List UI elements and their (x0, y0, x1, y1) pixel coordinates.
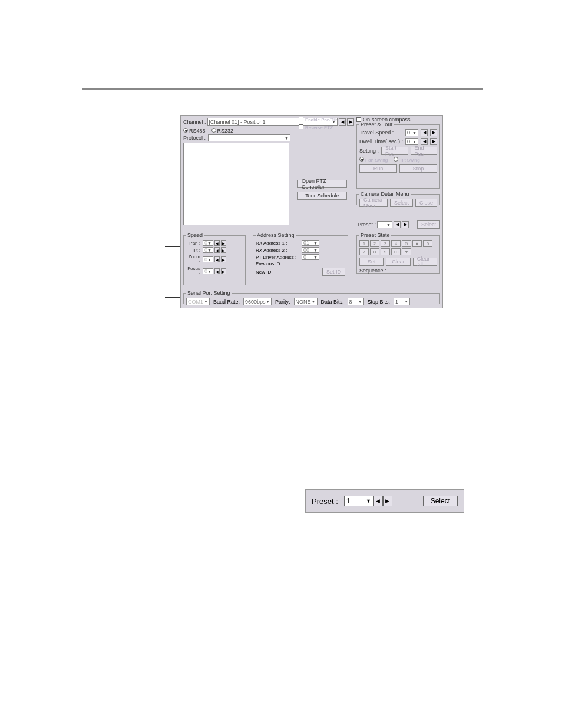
rx2-label: RX Address 2 : (256, 248, 299, 253)
preset-num-3[interactable]: 3 (381, 240, 390, 247)
databits-select[interactable]: 8▼ (348, 298, 364, 305)
channel-value: [Channel 01] - Position1 (209, 119, 266, 125)
pt-driver-select[interactable]: 0▼ (302, 254, 319, 260)
focus-select[interactable]: 0▼ (203, 268, 213, 274)
preset-num-5[interactable]: 5 (402, 240, 411, 247)
comm-radio-row: RS485 RS232 (183, 127, 233, 134)
preset-next[interactable]: ▶ (402, 221, 409, 228)
preset-prev[interactable]: ◀ (394, 221, 401, 228)
speed-fieldset: Speed Pan :0▼◀▶ Tilt :0▼◀▶ Zoom :0▼◀▶ Fo… (183, 232, 246, 285)
prev-id-label: Previous ID : (256, 261, 299, 266)
preset-state-fieldset: Preset State 1 2 3 4 5 ▲ 6 7 8 9 10 ▼ Se… (356, 232, 440, 274)
ptz-flags: Enable Pan/Tilt Reverse PTZ (299, 117, 337, 130)
preset-select-button[interactable]: Select (417, 220, 440, 229)
setting-label: Setting : (359, 148, 379, 154)
stopbits-select[interactable]: 1▼ (394, 298, 410, 305)
baud-label: Baud Rate: (213, 299, 240, 305)
enable-pantilt-checkbox[interactable]: Enable Pan/Tilt (299, 117, 337, 123)
preset-num-9[interactable]: 9 (381, 248, 390, 255)
preset-scroll-down[interactable]: ▼ (402, 248, 411, 255)
new-id-label: New ID : (256, 269, 299, 275)
camera-close-button[interactable]: Close (415, 199, 437, 207)
tilt-prev[interactable]: ◀ (214, 247, 220, 253)
baud-select[interactable]: 9600bps▼ (243, 298, 272, 305)
tour-schedule-button[interactable]: Tour Schedule (297, 192, 347, 200)
com-select[interactable]: COM1▼ (186, 298, 210, 305)
zoom-select[interactable]: 0▼ (203, 256, 213, 262)
open-ptz-controller-button[interactable]: Open PTZ Controller (297, 180, 347, 188)
start-pos-button[interactable]: Start Pos (381, 147, 408, 155)
travel-speed-next[interactable]: ▶ (430, 129, 437, 136)
camera-select-button[interactable]: Select (390, 199, 413, 207)
preset-clear-button[interactable]: Clear (386, 258, 410, 266)
pt-driver-label: PT Driver Address : (256, 255, 299, 260)
rs485-radio[interactable]: RS485 (183, 127, 206, 134)
preset-scroll-up[interactable]: ▲ (412, 240, 422, 247)
dwell-time-next[interactable]: ▶ (430, 138, 437, 145)
pan-prev[interactable]: ◀ (214, 240, 220, 246)
channel-next-button[interactable]: ▶ (347, 118, 354, 126)
protocol-select[interactable]: ▼ (208, 134, 290, 141)
camera-detail-menu-legend: Camera Detail Menu (359, 191, 411, 197)
preset2-select[interactable]: 1▼ (344, 496, 373, 506)
stop-button[interactable]: Stop (399, 164, 437, 173)
ptz-settings-panel: Channel : [Channel 01] - Position1 ▼ ◀ ▶… (180, 115, 443, 308)
travel-speed-label: Travel Speed : (359, 130, 403, 136)
preset-set-button[interactable]: Set (359, 258, 384, 266)
preset-num-6[interactable]: 6 (423, 240, 432, 247)
preset-state-legend: Preset State (359, 232, 391, 238)
rx2-select[interactable]: 00▼ (302, 247, 319, 253)
preset-num-4[interactable]: 4 (391, 240, 401, 247)
channel-prev-button[interactable]: ◀ (339, 118, 346, 126)
preset-num-8[interactable]: 8 (370, 248, 379, 255)
preset-clearall-button[interactable]: Clear All (413, 258, 437, 266)
protocol-label: Protocol : (183, 135, 206, 141)
parity-label: Parity: (275, 299, 290, 305)
dropdown-icon: ▼ (285, 136, 289, 140)
protocol-listbox[interactable] (183, 143, 289, 225)
rx1-select[interactable]: 01▼ (302, 240, 319, 246)
pan-swing-radio[interactable]: Pan Swing (359, 157, 388, 163)
preset-num-1[interactable]: 1 (359, 240, 369, 247)
preset2-select-button[interactable]: Select (423, 496, 458, 506)
speed-legend: Speed (186, 232, 204, 238)
dwell-time-label: Dwell Time( sec.) : (359, 139, 403, 144)
tilt-select[interactable]: 0▼ (203, 247, 213, 253)
preset-num-7[interactable]: 7 (359, 248, 369, 255)
preset2-prev[interactable]: ◀ (373, 496, 383, 506)
dwell-time-prev[interactable]: ◀ (421, 138, 428, 145)
pan-next[interactable]: ▶ (221, 240, 226, 246)
preset-select[interactable]: ▼ (377, 221, 392, 228)
camera-menu-button[interactable]: Camera Menu (359, 199, 388, 207)
zoom-next[interactable]: ▶ (221, 256, 226, 262)
pan-select[interactable]: 0▼ (203, 240, 213, 246)
dwell-time-select[interactable]: 0▼ (405, 138, 418, 145)
preset2-next[interactable]: ▶ (383, 496, 392, 506)
preset-num-10[interactable]: 10 (391, 248, 401, 255)
end-pos-button[interactable]: End Pos (411, 147, 437, 155)
rs232-radio[interactable]: RS232 (211, 127, 234, 134)
focus-label: Focus : (186, 266, 201, 276)
tilt-label: Tilt : (186, 248, 201, 253)
reverse-ptz-checkbox[interactable]: Reverse PTZ (299, 124, 337, 130)
preset-num-2[interactable]: 2 (370, 240, 379, 247)
protocol-row: Protocol : ▼ (183, 134, 290, 141)
set-id-button[interactable]: Set ID (322, 268, 345, 276)
tilt-swing-radio[interactable]: Tilt Swing (394, 157, 419, 163)
stopbits-label: Stop Bits: (368, 299, 391, 305)
travel-speed-prev[interactable]: ◀ (421, 129, 428, 136)
preset-tour-legend: Preset & Tour (359, 121, 394, 127)
sequence-label: Sequence : (359, 268, 437, 274)
tilt-next[interactable]: ▶ (221, 247, 226, 253)
parity-select[interactable]: NONE▼ (294, 298, 318, 305)
focus-next[interactable]: ▶ (221, 268, 226, 274)
camera-detail-menu-fieldset: Camera Detail Menu Camera Menu Select Cl… (356, 191, 440, 205)
run-button[interactable]: Run (359, 164, 397, 173)
databits-label: Data Bits: (321, 299, 344, 305)
zoom-prev[interactable]: ◀ (214, 256, 220, 262)
serial-port-fieldset: Serial Port Setting COM1▼ Baud Rate: 960… (183, 290, 440, 304)
preset-zoom-panel: Preset : 1▼ ◀ ▶ Select (305, 489, 464, 513)
focus-prev[interactable]: ◀ (214, 268, 220, 274)
travel-speed-select[interactable]: 0▼ (405, 129, 418, 136)
serial-port-legend: Serial Port Setting (186, 290, 232, 296)
